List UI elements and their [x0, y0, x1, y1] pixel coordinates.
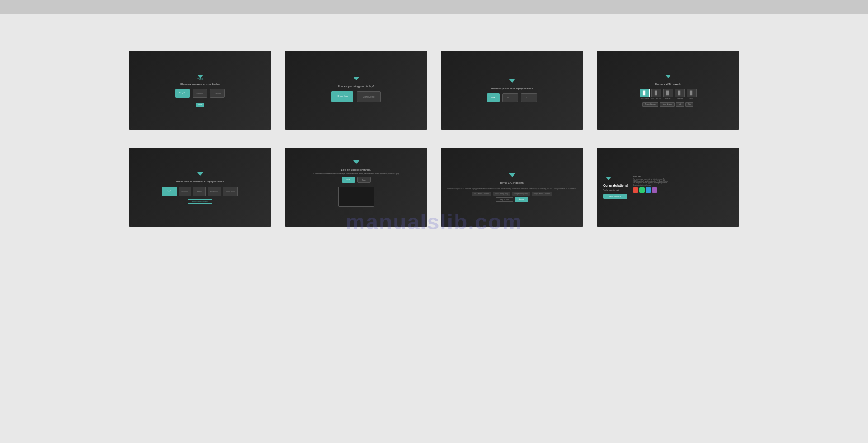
vizio-logo-4 [663, 74, 674, 80]
vizio-logo: VIZIO [195, 74, 206, 80]
room-add-location-btn[interactable]: + Add Custom Location [188, 199, 212, 204]
terms-privacy-btn[interactable]: VIZIO Privacy Policy [493, 192, 510, 196]
footer-left-2: ___ [287, 127, 288, 129]
loc-mexico[interactable]: Mexico [502, 93, 518, 102]
wifi-rescan-btn[interactable]: Rescan Wireless [642, 102, 658, 107]
screen-title-wifi: Choose a WiFi network. [655, 83, 681, 85]
room-family[interactable]: Family Room [223, 187, 238, 196]
wifi-bars-icon-4: ▊ [678, 91, 681, 95]
footer-right-3: ___ [580, 127, 581, 129]
congrats-next-btn[interactable]: Next Watching [603, 194, 627, 199]
screen-desc-local: To search for local channels, channels, … [313, 173, 399, 175]
local-skip-btn[interactable]: Skip [357, 177, 371, 183]
footer-left-3: ___ [443, 127, 444, 129]
congrats-title: Congratulations! [603, 184, 628, 187]
wifi-label-1: Home Network [640, 98, 649, 99]
vizio-logo-8 [603, 176, 614, 182]
footer-left-8: ___ [599, 224, 600, 226]
loc-canada[interactable]: Canada [521, 93, 537, 102]
screen-grid-row-1: VIZIO Choose a language for your display… [129, 51, 739, 130]
screen-title-terms: Terms & Conditions. [500, 182, 524, 184]
screen-card-language[interactable]: VIZIO Choose a language for your display… [129, 51, 271, 130]
screen-card-local-channels[interactable]: Let's set up local channels. To search f… [285, 148, 427, 227]
screen-title-language: Choose a language for your display. [180, 83, 220, 85]
footer-right-6: ___ [424, 224, 425, 226]
wifi-network-5[interactable]: ▊ [687, 89, 697, 97]
wifi-network-2[interactable]: ▊ [651, 89, 661, 97]
footer-right-2: ___ [424, 127, 425, 129]
lang-francais[interactable]: Français [210, 89, 225, 98]
lang-english[interactable]: English [175, 89, 190, 98]
antenna-screen [338, 187, 374, 207]
screen-card-location[interactable]: Where is your VIZIO Display located? USA… [441, 51, 583, 130]
screen-card-usage[interactable]: How are you using your display? Home Use… [285, 51, 427, 130]
footer-right-4: ___ [736, 127, 737, 129]
wifi-label-4: Industrias [677, 98, 683, 99]
footer-left-6: ___ [287, 224, 288, 226]
room-bedroom[interactable]: Bedroom [179, 187, 191, 196]
vizio-logo-7 [507, 173, 518, 179]
screen-title-usage: How are you using your display? [338, 85, 374, 88]
vizio-logo-6 [351, 159, 362, 166]
wifi-label-5: Xfinity [689, 98, 693, 99]
footer-right-7: ___ [580, 224, 581, 226]
app-icon-4 [652, 187, 657, 193]
wifi-network-3[interactable]: ▊ [663, 89, 673, 97]
svg-text:VIZIO: VIZIO [197, 78, 203, 80]
wifi-label-3: 00:04:1E17 [665, 98, 671, 99]
wifi-bars-icon-1: ▊ [643, 91, 646, 95]
footer-right-5: ___ [268, 224, 269, 226]
by-the-way-text: You can turn your phone into the ultimat… [633, 178, 669, 186]
use-home[interactable]: Home Use [331, 91, 353, 102]
footer-left-7: ___ [443, 224, 444, 226]
screen-grid-row-2: Which room is your VIZIO Display located… [129, 148, 739, 227]
lang-espanol[interactable]: Español [193, 89, 207, 98]
footer-right-8: ___ [736, 224, 737, 226]
wifi-network-4[interactable]: ▊ [675, 89, 685, 97]
screen-card-room[interactable]: Which room is your VIZIO Display located… [129, 148, 271, 227]
wifi-network-1[interactable]: ▊ [640, 89, 650, 97]
screen-desc-terms: To continue using your VIZIO SmartCast D… [447, 188, 577, 190]
footer-left-1: ___ [131, 127, 132, 129]
screen-title-local: Let's set up local channels. [341, 168, 371, 171]
room-master[interactable]: Master [193, 187, 206, 196]
footer-left-5: ___ [131, 224, 132, 226]
wifi-label-2: Free Public Wifi [651, 98, 661, 99]
screen-card-congrats[interactable]: Congratulations! You're ready to cast. N… [597, 148, 739, 227]
use-store[interactable]: Store Demo [357, 91, 381, 102]
local-scan-btn[interactable]: Scan [342, 177, 355, 183]
screen-title-room: Which room is your VIZIO Display located… [176, 180, 224, 183]
congrats-subtitle: You're ready to cast. [603, 189, 619, 191]
loc-usa[interactable]: USA [487, 93, 500, 102]
terms-vizio-btn[interactable]: VIZIO Terms & Conditions [472, 192, 492, 196]
vizio-logo-3 [507, 78, 518, 84]
antenna-arrow-icon [356, 209, 356, 215]
wifi-bars-icon-3: ▊ [666, 91, 670, 95]
app-icon-3 [646, 187, 651, 193]
app-icon-1 [633, 187, 638, 193]
vizio-logo-5 [195, 171, 206, 177]
screen-card-terms[interactable]: Terms & Conditions. To continue using yo… [441, 148, 583, 227]
terms-google-privacy-btn[interactable]: Google Privacy Policy [512, 192, 530, 196]
wifi-hidden-btn[interactable]: Hidden Network [660, 102, 675, 107]
app-icon-2 [639, 187, 645, 193]
wifi-bars-icon-2: ▊ [655, 91, 658, 95]
room-living[interactable]: Living Room [162, 187, 176, 196]
by-the-way-title: By the way... [633, 176, 669, 177]
terms-accept-btn[interactable]: I Accept [515, 197, 528, 202]
main-content: VIZIO Choose a language for your display… [0, 14, 868, 245]
top-bar [0, 0, 868, 14]
footer-left-4: ___ [599, 127, 600, 129]
wifi-skip-btn[interactable]: Skip [685, 102, 693, 107]
terms-google-terms-btn[interactable]: Google Terms & Conditions [532, 192, 552, 196]
terms-skip-btn[interactable]: Skip for Now [496, 197, 513, 202]
wifi-bars-icon-5: ▊ [690, 91, 693, 95]
wifi-help-btn[interactable]: Help [676, 102, 684, 107]
vizio-logo-2 [351, 76, 362, 82]
room-extra[interactable]: Extra Room [208, 187, 221, 196]
screen-card-wifi[interactable]: Choose a WiFi network. ▊ Home Network ▊ … [597, 51, 739, 130]
lang-next-btn[interactable]: Next [196, 103, 204, 107]
screen-title-location: Where is your VIZIO Display located? [491, 87, 533, 90]
footer-right-1: ___ [268, 127, 269, 129]
